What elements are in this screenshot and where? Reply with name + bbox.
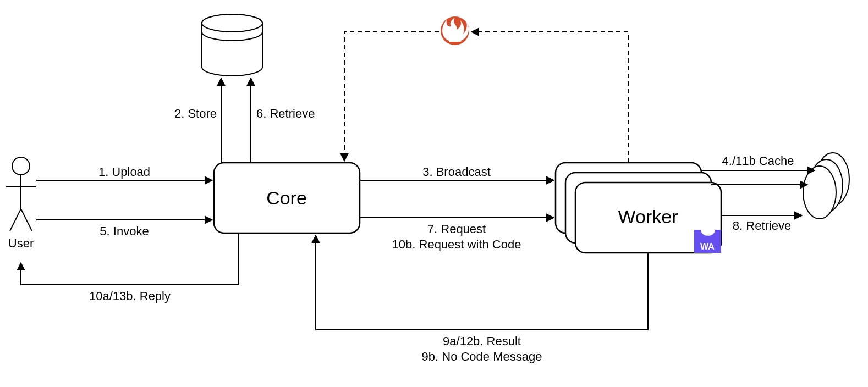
- core-label: Core: [266, 187, 307, 208]
- worker-node: Worker WA: [556, 163, 721, 253]
- edge-reply: [21, 233, 239, 285]
- edge-broadcast-label: 3. Broadcast: [422, 165, 491, 179]
- user-label: User: [8, 236, 34, 250]
- svg-line-3: [10, 209, 21, 231]
- svg-line-4: [21, 209, 32, 231]
- edge-upload-label: 1. Upload: [98, 165, 150, 179]
- database-node: [202, 14, 262, 76]
- edge-reply-label: 10a/13b. Reply: [89, 289, 171, 303]
- edge-request-label: 7. Request: [427, 222, 486, 236]
- edge-metrics-flame-core: [344, 32, 439, 161]
- edge-nocode-label: 9b. No Code Message: [422, 350, 542, 363]
- wa-badge-text: WA: [700, 242, 715, 251]
- worker-label: Worker: [618, 206, 678, 227]
- edge-reqcode-label: 10b. Request with Code: [392, 237, 521, 251]
- svg-point-6: [202, 14, 262, 32]
- svg-point-0: [12, 157, 30, 175]
- flame-icon: [441, 16, 469, 45]
- user-node: User: [6, 157, 36, 250]
- edge-retrieve8-label: 8. Retrieve: [733, 219, 791, 233]
- cache-node: [803, 153, 849, 219]
- architecture-diagram: User Core Worker WA 1. Upload: [0, 0, 868, 387]
- edge-invoke-label: 5. Invoke: [100, 224, 149, 238]
- core-node: Core: [214, 163, 360, 233]
- edge-store-label: 2. Store: [174, 107, 217, 120]
- edge-result-label: 9a/12b. Result: [443, 334, 521, 348]
- edge-retrieve6-label: 6. Retrieve: [256, 107, 315, 120]
- svg-rect-15: [449, 38, 461, 42]
- edge-cache-label: 4./11b Cache: [722, 154, 794, 168]
- edge-metrics-worker-flame: [471, 32, 628, 163]
- svg-point-13: [803, 166, 836, 219]
